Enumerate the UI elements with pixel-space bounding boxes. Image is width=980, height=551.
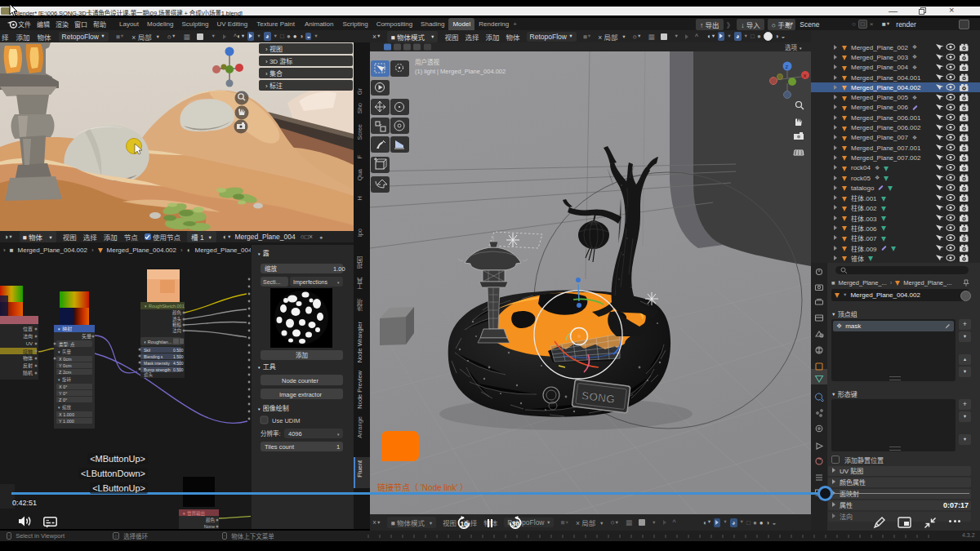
svg-text:Z 2cm: Z 2cm xyxy=(59,370,72,375)
svg-text:用户透视: 用户透视 xyxy=(415,58,439,66)
svg-text:▼: ▼ xyxy=(336,281,340,285)
svg-text:反射: 反射 xyxy=(23,362,33,369)
svg-text:1: 1 xyxy=(336,443,340,451)
svg-text:Z: Z xyxy=(786,64,789,69)
svg-text:Secti...: Secti... xyxy=(263,279,280,285)
svg-text:X 1.000: X 1.000 xyxy=(59,412,74,417)
svg-text:1.00: 1.00 xyxy=(333,265,345,273)
svg-text:X 0cm: X 0cm xyxy=(59,357,72,362)
svg-text:X: X xyxy=(804,73,807,78)
svg-text:Y 1.000: Y 1.000 xyxy=(59,419,74,424)
svg-text:0.500: 0.500 xyxy=(173,367,184,372)
svg-text:› 3D 游标: › 3D 游标 xyxy=(265,57,292,65)
svg-text:▼ 露: ▼ 露 xyxy=(257,250,270,257)
svg-text:随机: 随机 xyxy=(23,370,33,376)
svg-text:位置: 位置 xyxy=(23,326,33,331)
svg-text:Mask intensity: Mask intensity xyxy=(144,361,170,366)
svg-text:分辨率:: 分辨率: xyxy=(261,429,281,438)
svg-text:Y 0cm: Y 0cm xyxy=(59,363,72,368)
svg-text:颜色: 颜色 xyxy=(172,309,182,316)
svg-text:Blending s: Blending s xyxy=(144,354,163,359)
svg-text:链接节点（ 'Node link' ）: 链接节点（ 'Node link' ） xyxy=(377,482,468,492)
svg-text:Bump strength: Bump strength xyxy=(144,367,171,372)
svg-text:▼ 图像绘制: ▼ 图像绘制 xyxy=(257,404,289,412)
svg-text:◐ Roughtlan...: ◐ Roughtlan... xyxy=(144,340,172,344)
svg-text:X 0°: X 0° xyxy=(59,384,67,389)
svg-text:物体: 物体 xyxy=(23,355,33,362)
svg-text:None: None xyxy=(204,524,215,529)
svg-text:0.500: 0.500 xyxy=(173,348,184,353)
svg-text:接触: 接触 xyxy=(23,349,33,355)
svg-text:透头: 透头 xyxy=(172,316,182,322)
svg-text:缩放: 缩放 xyxy=(265,264,277,273)
svg-text:▼ 旋转: ▼ 旋转 xyxy=(57,376,71,383)
svg-text:▼ 工具: ▼ 工具 xyxy=(257,363,276,371)
svg-text:4096: 4096 xyxy=(288,430,302,438)
svg-text:法向: 法向 xyxy=(172,327,181,334)
svg-text:UV: UV xyxy=(26,341,33,346)
svg-text:颜色: 颜色 xyxy=(206,517,216,523)
svg-text:▼ 缩放: ▼ 缩放 xyxy=(57,404,71,411)
svg-text:4.500: 4.500 xyxy=(173,361,184,366)
svg-text:Node counter: Node counter xyxy=(282,377,319,384)
svg-text:1.500: 1.500 xyxy=(173,354,184,359)
svg-text:▼ 世界输出: ▼ 世界输出 xyxy=(182,510,205,517)
svg-text:Z 0°: Z 0° xyxy=(59,398,67,402)
svg-text:Image extractor: Image extractor xyxy=(279,391,323,398)
svg-text:› 集合: › 集合 xyxy=(265,69,283,78)
svg-text:Y 0°: Y 0° xyxy=(59,391,67,396)
svg-text:10: 10 xyxy=(461,520,469,528)
svg-text:Skil: Skil xyxy=(144,348,150,353)
svg-text:▼ 映射: ▼ 映射 xyxy=(57,326,72,332)
svg-text:› 视图: › 视图 xyxy=(265,45,283,53)
svg-text:矢量: 矢量 xyxy=(82,333,91,340)
svg-text:Imperfections: Imperfections xyxy=(293,279,328,286)
svg-text:› 标注: › 标注 xyxy=(265,82,283,90)
svg-text:法向: 法向 xyxy=(23,333,33,340)
svg-text:Use UDIM: Use UDIM xyxy=(272,417,301,424)
svg-text:(1) light | Merged_Plane_004.0: (1) light | Merged_Plane_004.002 xyxy=(415,68,506,75)
svg-text:类型: 点: 类型: 点 xyxy=(59,341,75,348)
svg-text:30: 30 xyxy=(512,520,520,528)
svg-text:▼ 矢量: ▼ 矢量 xyxy=(57,349,71,355)
svg-text:▼: ▼ xyxy=(336,433,340,437)
svg-text:遮头: 遮头 xyxy=(144,371,154,378)
svg-text:Tiles count: Tiles count xyxy=(265,443,295,451)
svg-text:粗糙: 粗糙 xyxy=(172,322,182,328)
svg-text:▼ RoughSketch.001: ▼ RoughSketch.001 xyxy=(144,304,185,309)
svg-text:添加: 添加 xyxy=(296,351,308,359)
